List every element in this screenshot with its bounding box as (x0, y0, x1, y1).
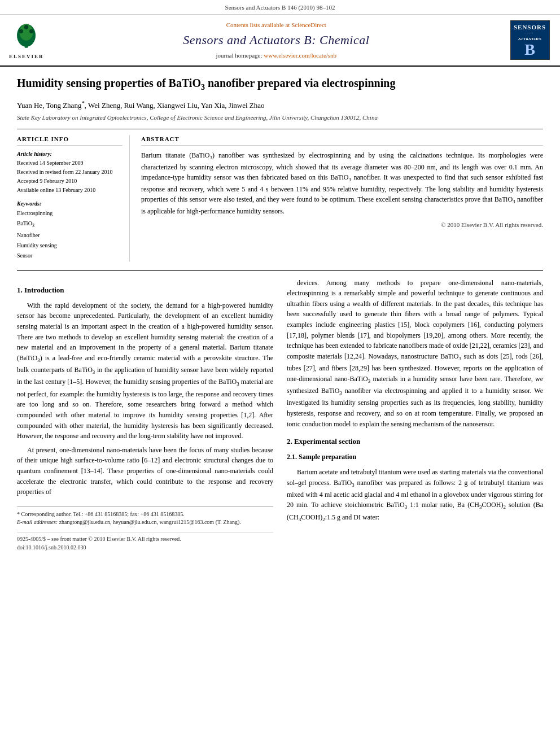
abstract-panel: Abstract Barium titanate (BaTiO3) nanofi… (141, 135, 543, 261)
article-info-panel: Article Info Article history: Received 1… (17, 135, 130, 261)
keywords-list: Electrospinning BaTiO3 Nanofiber Humidit… (17, 209, 123, 260)
journal-reference-bar: Sensors and Actuators B 146 (2010) 98–10… (0, 0, 560, 15)
sciencedirect-text: Contents lists available at ScienceDirec… (50, 21, 503, 29)
section21-heading: 2.1. Sample preparation (287, 452, 543, 462)
sa-dots: · · · (527, 31, 533, 36)
main-content: Humidity sensing properties of BaTiO3 na… (0, 67, 560, 561)
elsevier-wordmark: ELSEVIER (9, 53, 44, 60)
journal-homepage: journal homepage: www.elsevier.com/locat… (50, 51, 503, 60)
body-col-right: devices. Among many methods to prepare o… (287, 278, 543, 552)
accepted-text: Accepted 9 February 2010 (17, 177, 123, 185)
elsevier-tree-icon (11, 21, 42, 52)
keyword-nanofiber: Nanofiber (17, 231, 123, 240)
sensors-actuators-logo: SENSORS · · · AcTuAToRS B (509, 20, 551, 60)
keyword-sensor: Sensor (17, 251, 123, 260)
footnote-area: * Corresponding author. Tel.: +86 431 85… (17, 506, 273, 526)
svg-point-5 (29, 29, 33, 33)
section1-heading: 1. Introduction (17, 285, 273, 296)
svg-point-6 (24, 25, 28, 29)
intro-para3: devices. Among many methods to prepare o… (287, 278, 543, 430)
body-col-left: 1. Introduction With the rapid developme… (17, 278, 273, 552)
footnote-star: * Corresponding author. Tel.: +86 431 85… (17, 510, 273, 518)
paper-title: Humidity sensing properties of BaTiO3 na… (17, 76, 543, 93)
journal-header: ELSEVIER Contents lists available at Sci… (0, 15, 560, 67)
footnote-email: E-mail addresses: zhangtong@jlu.edu.cn, … (17, 518, 273, 526)
body-divider (17, 270, 543, 271)
sa-logo-box: SENSORS · · · AcTuAToRS B (510, 20, 550, 60)
footer-bar: 0925-4005/$ – see front matter © 2010 El… (17, 532, 273, 552)
sa-title: SENSORS (514, 23, 546, 31)
journal-title-block: Contents lists available at ScienceDirec… (50, 21, 503, 60)
article-info-abstract: Article Info Article history: Received 1… (17, 129, 543, 261)
svg-point-4 (19, 29, 23, 33)
keyword-humidity: Humidity sensing (17, 241, 123, 250)
article-info-title: Article Info (17, 135, 123, 145)
authors: Yuan He, Tong Zhang*, Wei Zheng, Rui Wan… (17, 99, 543, 111)
keywords-label: Keywords: (17, 200, 123, 208)
history-label: Article history: (17, 150, 123, 158)
section2-heading: 2. Experimental section (287, 436, 543, 447)
keyword-electrospinning: Electrospinning (17, 209, 123, 218)
experimental-para1: Barium acetate and tetrabutyl titanium w… (287, 467, 543, 524)
journal-url[interactable]: www.elsevier.com/locate/snb (264, 52, 336, 59)
sa-b-letter: B (524, 42, 535, 58)
abstract-title: Abstract (141, 135, 543, 145)
received-text: Received 14 September 2009 (17, 159, 123, 167)
elsevier-logo: ELSEVIER (9, 21, 44, 60)
body-content: 1. Introduction With the rapid developme… (17, 278, 543, 552)
footer-doi: doi:10.1016/j.snb.2010.02.030 (17, 543, 273, 552)
journal-ref-text: Sensors and Actuators B 146 (2010) 98–10… (225, 4, 335, 11)
online-text: Available online 13 February 2010 (17, 186, 123, 194)
intro-para2: At present, one-dimensional nano-materia… (17, 445, 273, 497)
footer-issn: 0925-4005/$ – see front matter © 2010 El… (17, 535, 273, 544)
affiliation: State Key Laboratory on Integrated Optoe… (17, 113, 543, 122)
journal-title: Sensors and Actuators B: Chemical (50, 32, 503, 49)
intro-para1: With the rapid development of the societ… (17, 300, 273, 442)
copyright-text: © 2010 Elsevier B.V. All rights reserved… (141, 221, 543, 229)
keyword-batio3: BaTiO3 (17, 219, 123, 230)
revised-text: Received in revised form 22 January 2010 (17, 168, 123, 176)
abstract-text: Barium titanate (BaTiO3) nanofiber was s… (141, 150, 543, 216)
